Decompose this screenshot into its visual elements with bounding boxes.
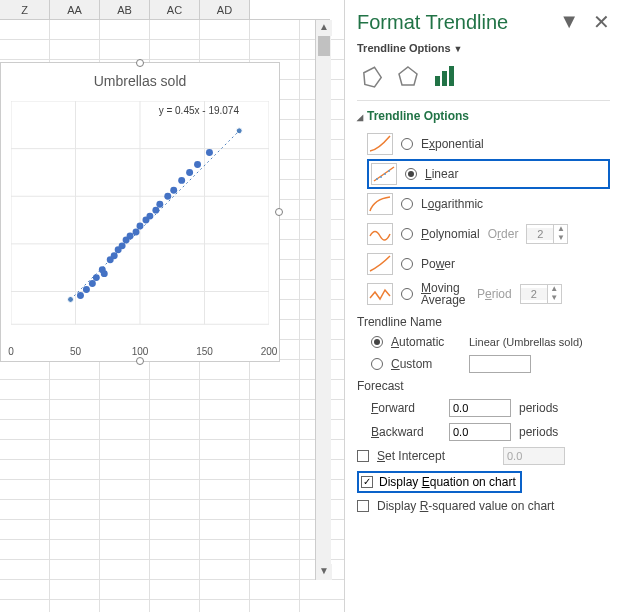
cell[interactable] — [250, 580, 300, 600]
cell[interactable] — [150, 360, 200, 380]
cell[interactable] — [200, 560, 250, 580]
cell[interactable] — [250, 600, 300, 612]
cell[interactable] — [200, 600, 250, 612]
cell[interactable] — [100, 20, 150, 40]
cell[interactable] — [150, 560, 200, 580]
cell[interactable] — [0, 600, 50, 612]
checkbox-set-intercept[interactable] — [357, 450, 369, 462]
cell[interactable] — [250, 40, 300, 60]
cell[interactable] — [250, 440, 300, 460]
cell[interactable] — [50, 440, 100, 460]
cell[interactable] — [150, 480, 200, 500]
cell[interactable] — [200, 420, 250, 440]
cell[interactable] — [250, 20, 300, 40]
cell[interactable] — [250, 400, 300, 420]
radio-custom[interactable] — [371, 358, 383, 370]
col-header[interactable]: AB — [100, 0, 150, 19]
cell[interactable] — [0, 580, 50, 600]
col-header[interactable]: AC — [150, 0, 200, 19]
cell[interactable] — [200, 440, 250, 460]
cell[interactable] — [50, 560, 100, 580]
cell[interactable] — [0, 40, 50, 60]
cell[interactable] — [50, 40, 100, 60]
col-header[interactable]: AD — [200, 0, 250, 19]
effects-tab-icon[interactable] — [397, 66, 419, 88]
pane-subtitle[interactable]: Trendline Options ▼ — [357, 42, 610, 54]
cell[interactable] — [200, 520, 250, 540]
radio-exponential[interactable] — [401, 138, 413, 150]
scroll-thumb[interactable] — [318, 36, 330, 56]
cell[interactable] — [300, 580, 350, 600]
cell[interactable] — [50, 580, 100, 600]
cell[interactable] — [250, 500, 300, 520]
trendline-options-tab-icon[interactable] — [433, 66, 455, 88]
cell[interactable] — [250, 420, 300, 440]
cell[interactable] — [100, 500, 150, 520]
radio-automatic[interactable] — [371, 336, 383, 348]
cell[interactable] — [250, 560, 300, 580]
cell[interactable] — [150, 600, 200, 612]
checkbox-display-r2[interactable] — [357, 500, 369, 512]
cell[interactable] — [50, 600, 100, 612]
cell[interactable] — [300, 600, 350, 612]
cell[interactable] — [250, 360, 300, 380]
chart-plot-area[interactable]: y = 0.45x - 19.074 0 50 100 150 200 — [11, 101, 269, 341]
cell[interactable] — [250, 380, 300, 400]
cell[interactable] — [100, 400, 150, 420]
vertical-scrollbar[interactable]: ▲ ▼ — [315, 20, 331, 580]
cell[interactable] — [250, 520, 300, 540]
cell[interactable] — [200, 380, 250, 400]
cell[interactable] — [150, 400, 200, 420]
cell[interactable] — [50, 420, 100, 440]
cell[interactable] — [0, 560, 50, 580]
radio-moving-average[interactable] — [401, 288, 413, 300]
cell[interactable] — [50, 480, 100, 500]
custom-name-input[interactable] — [469, 355, 531, 373]
cell[interactable] — [50, 500, 100, 520]
resize-handle-top[interactable] — [136, 59, 144, 67]
cell[interactable] — [200, 460, 250, 480]
cell[interactable] — [100, 580, 150, 600]
cell[interactable] — [200, 500, 250, 520]
cell[interactable] — [0, 540, 50, 560]
radio-logarithmic[interactable] — [401, 198, 413, 210]
cell[interactable] — [150, 520, 200, 540]
cell[interactable] — [0, 400, 50, 420]
cell[interactable] — [150, 460, 200, 480]
chart-title[interactable]: Umbrellas sold — [1, 63, 279, 93]
cell[interactable] — [200, 580, 250, 600]
radio-power[interactable] — [401, 258, 413, 270]
cell[interactable] — [50, 20, 100, 40]
cell[interactable] — [0, 500, 50, 520]
cell[interactable] — [0, 480, 50, 500]
radio-polynomial[interactable] — [401, 228, 413, 240]
section-trendline-options[interactable]: Trendline Options — [357, 109, 610, 123]
cell[interactable] — [200, 540, 250, 560]
scroll-down-arrow[interactable]: ▼ — [316, 564, 332, 580]
cell[interactable] — [150, 20, 200, 40]
cell[interactable] — [50, 380, 100, 400]
cell[interactable] — [50, 520, 100, 540]
cell[interactable] — [150, 500, 200, 520]
cell[interactable] — [0, 460, 50, 480]
cell[interactable] — [150, 40, 200, 60]
resize-handle-right[interactable] — [275, 208, 283, 216]
scroll-up-arrow[interactable]: ▲ — [316, 20, 332, 36]
cell[interactable] — [100, 540, 150, 560]
backward-input[interactable] — [449, 423, 511, 441]
cell[interactable] — [150, 440, 200, 460]
cell[interactable] — [100, 600, 150, 612]
cell[interactable] — [100, 420, 150, 440]
cell[interactable] — [150, 420, 200, 440]
cell[interactable] — [100, 40, 150, 60]
col-header[interactable]: Z — [0, 0, 50, 19]
cell[interactable] — [150, 540, 200, 560]
cell[interactable] — [50, 460, 100, 480]
cell[interactable] — [50, 400, 100, 420]
chart-object[interactable]: Umbrellas sold — [0, 62, 280, 362]
trendline-equation[interactable]: y = 0.45x - 19.074 — [159, 105, 239, 116]
cell[interactable] — [200, 360, 250, 380]
cell[interactable] — [0, 380, 50, 400]
cell[interactable] — [0, 440, 50, 460]
cell[interactable] — [50, 540, 100, 560]
